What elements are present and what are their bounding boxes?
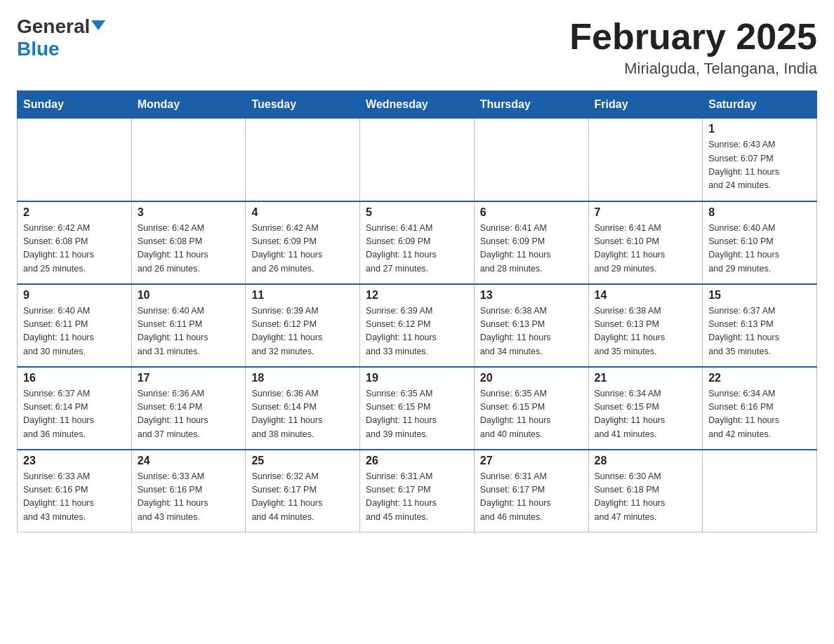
calendar-cell [474,119,588,201]
day-info: Sunrise: 6:35 AMSunset: 6:15 PMDaylight:… [366,387,468,442]
calendar-cell [588,119,703,201]
calendar-cell [703,450,817,532]
day-number: 15 [708,289,811,302]
day-info: Sunrise: 6:38 AMSunset: 6:13 PMDaylight:… [480,304,583,359]
calendar-cell: 6Sunrise: 6:41 AMSunset: 6:09 PMDaylight… [474,201,588,284]
calendar-cell: 28Sunrise: 6:30 AMSunset: 6:18 PMDayligh… [588,450,703,532]
day-info: Sunrise: 6:37 AMSunset: 6:14 PMDaylight:… [23,387,126,442]
calendar-cell [131,119,246,201]
day-info: Sunrise: 6:33 AMSunset: 6:16 PMDaylight:… [23,470,126,525]
calendar-week-row: 2Sunrise: 6:42 AMSunset: 6:08 PMDaylight… [18,201,817,284]
calendar-cell: 3Sunrise: 6:42 AMSunset: 6:08 PMDaylight… [131,201,246,284]
calendar-cell: 24Sunrise: 6:33 AMSunset: 6:16 PMDayligh… [131,450,246,532]
calendar-cell: 8Sunrise: 6:40 AMSunset: 6:10 PMDaylight… [703,201,817,284]
logo-line2: Blue [17,38,60,60]
day-info: Sunrise: 6:36 AMSunset: 6:14 PMDaylight:… [138,387,240,442]
day-number: 2 [23,206,126,219]
day-info: Sunrise: 6:38 AMSunset: 6:13 PMDaylight:… [595,304,697,359]
day-info: Sunrise: 6:31 AMSunset: 6:17 PMDaylight:… [366,470,468,525]
calendar-cell [360,119,475,201]
location-title: Mirialguda, Telangana, India [569,60,817,78]
day-number: 22 [708,372,811,384]
header-tuesday: Tuesday [246,91,360,119]
day-number: 6 [480,206,583,219]
calendar-cell: 17Sunrise: 6:36 AMSunset: 6:14 PMDayligh… [131,367,246,450]
day-number: 23 [23,455,126,467]
day-number: 21 [595,372,697,384]
day-info: Sunrise: 6:41 AMSunset: 6:10 PMDaylight:… [595,222,697,276]
day-number: 11 [251,289,354,302]
day-info: Sunrise: 6:39 AMSunset: 6:12 PMDaylight:… [366,304,468,359]
calendar-cell: 14Sunrise: 6:38 AMSunset: 6:13 PMDayligh… [588,284,703,367]
header-friday: Friday [588,91,703,119]
month-title: February 2025 [569,17,817,57]
calendar-cell: 13Sunrise: 6:38 AMSunset: 6:13 PMDayligh… [474,284,588,367]
calendar-cell: 4Sunrise: 6:42 AMSunset: 6:09 PMDaylight… [246,201,360,284]
calendar-cell: 15Sunrise: 6:37 AMSunset: 6:13 PMDayligh… [703,284,817,367]
page-header: General Blue February 2025 Mirialguda, T… [17,17,817,78]
day-info: Sunrise: 6:42 AMSunset: 6:08 PMDaylight:… [138,222,240,276]
day-number: 12 [366,289,468,302]
calendar-table: Sunday Monday Tuesday Wednesday Thursday… [17,90,817,532]
logo-line1: General [17,17,105,36]
calendar-week-row: 23Sunrise: 6:33 AMSunset: 6:16 PMDayligh… [18,450,817,532]
day-info: Sunrise: 6:32 AMSunset: 6:17 PMDaylight:… [251,470,354,525]
day-info: Sunrise: 6:36 AMSunset: 6:14 PMDaylight:… [251,387,354,442]
calendar-week-row: 16Sunrise: 6:37 AMSunset: 6:14 PMDayligh… [18,367,817,450]
day-number: 18 [251,372,354,384]
calendar-cell: 1Sunrise: 6:43 AMSunset: 6:07 PMDaylight… [703,119,817,201]
calendar-cell: 19Sunrise: 6:35 AMSunset: 6:15 PMDayligh… [360,367,475,450]
day-number: 10 [138,289,240,302]
day-info: Sunrise: 6:40 AMSunset: 6:11 PMDaylight:… [138,304,240,359]
day-number: 24 [138,455,240,467]
header-saturday: Saturday [703,91,817,119]
day-number: 3 [138,206,240,219]
day-number: 16 [23,372,126,384]
calendar-cell [18,119,132,201]
day-number: 19 [366,372,468,384]
calendar-cell: 20Sunrise: 6:35 AMSunset: 6:15 PMDayligh… [474,367,588,450]
calendar-cell: 27Sunrise: 6:31 AMSunset: 6:17 PMDayligh… [474,450,588,532]
day-info: Sunrise: 6:40 AMSunset: 6:10 PMDaylight:… [708,222,811,276]
day-number: 17 [138,372,240,384]
calendar-cell: 21Sunrise: 6:34 AMSunset: 6:15 PMDayligh… [588,367,703,450]
day-info: Sunrise: 6:41 AMSunset: 6:09 PMDaylight:… [366,222,468,276]
calendar-cell: 22Sunrise: 6:34 AMSunset: 6:16 PMDayligh… [703,367,817,450]
day-number: 1 [708,123,811,135]
day-info: Sunrise: 6:30 AMSunset: 6:18 PMDaylight:… [595,470,697,525]
day-number: 7 [595,206,697,219]
day-info: Sunrise: 6:34 AMSunset: 6:15 PMDaylight:… [595,387,697,442]
header-wednesday: Wednesday [360,91,475,119]
day-info: Sunrise: 6:35 AMSunset: 6:15 PMDaylight:… [480,387,583,442]
calendar-cell: 9Sunrise: 6:40 AMSunset: 6:11 PMDaylight… [18,284,132,367]
day-info: Sunrise: 6:34 AMSunset: 6:16 PMDaylight:… [708,387,811,442]
day-info: Sunrise: 6:40 AMSunset: 6:11 PMDaylight:… [23,304,126,359]
day-info: Sunrise: 6:37 AMSunset: 6:13 PMDaylight:… [708,304,811,359]
calendar-cell: 11Sunrise: 6:39 AMSunset: 6:12 PMDayligh… [246,284,360,367]
day-number: 8 [708,206,811,219]
day-number: 4 [251,206,354,219]
calendar-week-row: 1Sunrise: 6:43 AMSunset: 6:07 PMDaylight… [18,119,817,201]
day-number: 13 [480,289,583,302]
day-info: Sunrise: 6:41 AMSunset: 6:09 PMDaylight:… [480,222,583,276]
calendar-cell: 2Sunrise: 6:42 AMSunset: 6:08 PMDaylight… [18,201,132,284]
header-thursday: Thursday [474,91,588,119]
day-number: 20 [480,372,583,384]
calendar-cell: 25Sunrise: 6:32 AMSunset: 6:17 PMDayligh… [246,450,360,532]
weekday-header-row: Sunday Monday Tuesday Wednesday Thursday… [18,91,817,119]
calendar-cell: 7Sunrise: 6:41 AMSunset: 6:10 PMDaylight… [588,201,703,284]
calendar-cell: 26Sunrise: 6:31 AMSunset: 6:17 PMDayligh… [360,450,475,532]
logo-triangle-icon [91,20,105,30]
calendar-cell: 16Sunrise: 6:37 AMSunset: 6:14 PMDayligh… [18,367,132,450]
day-number: 26 [366,455,468,467]
logo: General Blue [17,17,105,60]
day-number: 27 [480,455,583,467]
day-info: Sunrise: 6:42 AMSunset: 6:08 PMDaylight:… [23,222,126,276]
title-block: February 2025 Mirialguda, Telangana, Ind… [569,17,817,78]
calendar-cell [246,119,360,201]
day-number: 9 [23,289,126,302]
calendar-cell: 23Sunrise: 6:33 AMSunset: 6:16 PMDayligh… [18,450,132,532]
header-monday: Monday [131,91,246,119]
calendar-cell: 12Sunrise: 6:39 AMSunset: 6:12 PMDayligh… [360,284,475,367]
day-info: Sunrise: 6:43 AMSunset: 6:07 PMDaylight:… [708,138,811,193]
